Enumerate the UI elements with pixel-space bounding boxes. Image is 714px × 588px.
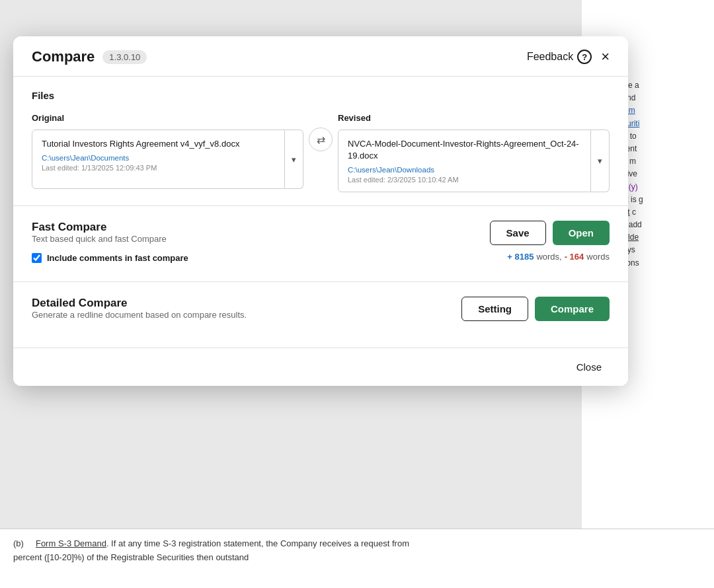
title-area: Compare 1.3.0.10 bbox=[32, 48, 147, 65]
save-button[interactable]: Save bbox=[490, 221, 546, 245]
detailed-compare-section: Detailed Compare Generate a redline docu… bbox=[13, 282, 628, 348]
swap-button-container: ⇄ bbox=[303, 113, 338, 151]
fast-compare-buttons: Save Open + 8185 words, - 164 words bbox=[490, 221, 610, 262]
detailed-compare-header-row: Detailed Compare Generate a redline docu… bbox=[32, 297, 610, 329]
detailed-compare-description: Generate a redline document based on com… bbox=[32, 310, 247, 320]
revised-file-name: NVCA-Model-Document-Investor-Rights-Agre… bbox=[348, 138, 581, 162]
detailed-compare-title: Detailed Compare bbox=[32, 297, 247, 310]
original-file-box[interactable]: Tutorial Investors Rights Agreement v4_v… bbox=[32, 129, 285, 189]
bottom-text: (b) Form S-3 Demand. If at any time S-3 … bbox=[13, 538, 409, 548]
files-section: Files Original Tutorial Investors Rights… bbox=[13, 77, 628, 206]
compare-dialog: Compare 1.3.0.10 Feedback ? × Files Orig… bbox=[13, 36, 628, 386]
revised-file-group: Revised NVCA-Model-Document-Investor-Rig… bbox=[338, 113, 610, 192]
help-icon: ? bbox=[577, 50, 592, 64]
files-section-title: Files bbox=[32, 90, 610, 101]
fast-compare-section: Fast Compare Text based quick and fast C… bbox=[13, 206, 628, 282]
dialog-header: Compare 1.3.0.10 Feedback ? × bbox=[13, 36, 628, 77]
include-comments-row: Include comments in fast compare bbox=[32, 253, 188, 263]
setting-button[interactable]: Setting bbox=[461, 297, 528, 321]
words-stats: + 8185 words, - 164 words bbox=[507, 252, 610, 262]
close-button[interactable]: × bbox=[598, 50, 612, 64]
dialog-title: Compare bbox=[32, 48, 95, 65]
open-button[interactable]: Open bbox=[553, 221, 610, 245]
compare-button[interactable]: Compare bbox=[535, 297, 610, 321]
original-file-name: Tutorial Investors Rights Agreement v4_v… bbox=[42, 138, 275, 150]
words-text: words, bbox=[536, 252, 561, 262]
fast-compare-description: Text based quick and fast Compare bbox=[32, 234, 188, 244]
words-label: words bbox=[586, 252, 610, 262]
detailed-compare-text-area: Detailed Compare Generate a redline docu… bbox=[32, 297, 247, 329]
fast-compare-btn-row: Save Open bbox=[490, 221, 610, 245]
original-label: Original bbox=[32, 113, 303, 123]
original-file-path: C:\users\Jean\Documents bbox=[42, 154, 275, 162]
files-row: Original Tutorial Investors Rights Agree… bbox=[32, 113, 610, 192]
revised-file-box[interactable]: NVCA-Model-Document-Investor-Rights-Agre… bbox=[338, 129, 591, 192]
swap-button[interactable]: ⇄ bbox=[309, 128, 333, 151]
original-file-edited: Last edited: 1/13/2025 12:09:43 PM bbox=[42, 164, 275, 172]
close-dialog-button[interactable]: Close bbox=[569, 357, 610, 377]
revised-file-wrapper: NVCA-Model-Document-Investor-Rights-Agre… bbox=[338, 129, 610, 192]
feedback-button[interactable]: Feedback ? bbox=[527, 50, 592, 64]
fast-compare-header-row: Fast Compare Text based quick and fast C… bbox=[32, 221, 610, 263]
bottom-text-2: percent ([10-20]%) of the Registrable Se… bbox=[13, 552, 249, 562]
revised-label: Revised bbox=[338, 113, 610, 123]
include-comments-label: Include comments in fast compare bbox=[47, 253, 188, 263]
words-added: + 8185 bbox=[507, 252, 534, 262]
revised-file-edited: Last edited: 2/3/2025 10:10:42 AM bbox=[348, 176, 581, 184]
fast-compare-text-area: Fast Compare Text based quick and fast C… bbox=[32, 221, 188, 263]
include-comments-checkbox[interactable] bbox=[32, 253, 42, 263]
bottom-document: (b) Form S-3 Demand. If at any time S-3 … bbox=[0, 529, 714, 588]
dialog-body: Files Original Tutorial Investors Rights… bbox=[13, 77, 628, 386]
original-file-wrapper: Tutorial Investors Rights Agreement v4_v… bbox=[32, 129, 303, 189]
original-dropdown-button[interactable]: ▾ bbox=[285, 129, 303, 189]
detailed-compare-btn-row: Setting Compare bbox=[461, 297, 610, 321]
original-dropdown-icon: ▾ bbox=[292, 155, 296, 165]
revised-file-path: C:\users\Jean\Downloads bbox=[348, 166, 581, 174]
revised-dropdown-icon: ▾ bbox=[598, 156, 602, 166]
original-file-group: Original Tutorial Investors Rights Agree… bbox=[32, 113, 303, 189]
words-removed: - 164 bbox=[565, 252, 584, 262]
fast-compare-title: Fast Compare bbox=[32, 221, 188, 234]
header-actions: Feedback ? × bbox=[527, 50, 612, 64]
feedback-label: Feedback bbox=[527, 51, 573, 63]
dialog-footer: Close bbox=[13, 348, 628, 386]
version-badge: 1.3.0.10 bbox=[102, 50, 147, 64]
revised-dropdown-button[interactable]: ▾ bbox=[591, 129, 610, 192]
